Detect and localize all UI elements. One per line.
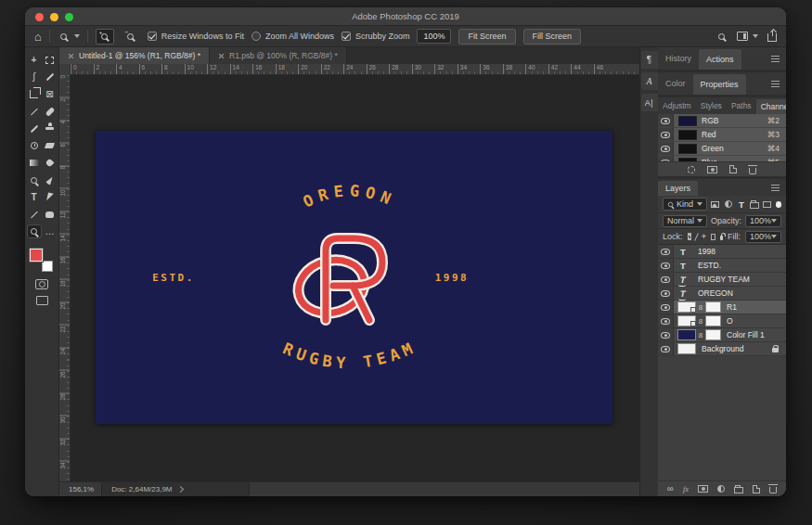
- background-color-swatch[interactable]: [42, 261, 53, 272]
- color-fill-thumbnail[interactable]: [677, 329, 696, 340]
- home-icon[interactable]: ⌂: [34, 31, 42, 43]
- lock-position-icon[interactable]: +: [702, 233, 706, 241]
- edit-toolbar-button[interactable]: …: [44, 225, 57, 237]
- layer-row-background[interactable]: Background: [658, 342, 786, 356]
- character-panel-button[interactable]: A|: [641, 94, 658, 111]
- panel-menu-icon[interactable]: [771, 81, 780, 87]
- quick-selection-tool[interactable]: [44, 71, 57, 83]
- layer-mask-thumbnail[interactable]: [705, 315, 721, 327]
- clone-stamp-tool[interactable]: [44, 122, 57, 134]
- type-tool[interactable]: T: [28, 191, 41, 203]
- fill-input[interactable]: 100%: [745, 231, 781, 243]
- visibility-toggle[interactable]: [658, 287, 674, 300]
- tab-channels[interactable]: Channels: [756, 99, 786, 114]
- layer-mask-thumbnail[interactable]: [705, 301, 721, 313]
- close-window-button[interactable]: [35, 13, 44, 21]
- tab-properties[interactable]: Properties: [693, 74, 746, 95]
- lasso-tool[interactable]: ʃ: [28, 71, 41, 83]
- layer-filter-kind-select[interactable]: Kind: [663, 198, 707, 211]
- visibility-toggle[interactable]: [658, 328, 674, 341]
- marquee-tool[interactable]: [44, 54, 57, 66]
- healing-brush-tool[interactable]: [44, 106, 57, 118]
- pasteboard[interactable]: OREGON ESTD. 1998 RUGBY TEAM: [71, 75, 639, 481]
- channel-row-rgb[interactable]: RGB ⌘2: [658, 114, 786, 128]
- load-selection-icon[interactable]: [688, 166, 695, 173]
- line-tool[interactable]: [28, 209, 41, 221]
- glyphs-panel-button[interactable]: A: [641, 72, 658, 90]
- visibility-toggle[interactable]: [658, 273, 674, 286]
- blend-mode-select[interactable]: Normal: [663, 215, 707, 227]
- layer-mask-link-icon[interactable]: [696, 317, 705, 326]
- link-layers-icon[interactable]: ∞: [667, 484, 674, 493]
- smart-object-thumbnail[interactable]: [677, 315, 696, 327]
- filter-type-layers-button[interactable]: T: [737, 199, 746, 210]
- panel-menu-icon[interactable]: [771, 185, 780, 191]
- visibility-toggle[interactable]: [658, 342, 674, 355]
- paragraph-panel-button[interactable]: ¶: [641, 51, 658, 69]
- visibility-toggle[interactable]: [658, 156, 674, 161]
- new-adjustment-layer-icon[interactable]: [717, 485, 725, 493]
- tab-styles[interactable]: Styles: [696, 97, 727, 114]
- search-icon[interactable]: [715, 31, 728, 43]
- lock-transparency-icon[interactable]: [688, 233, 692, 240]
- zoom-tool[interactable]: [28, 225, 41, 237]
- smart-object-thumbnail[interactable]: [677, 301, 696, 313]
- scrubby-zoom-checkbox[interactable]: Scrubby Zoom: [342, 32, 410, 41]
- brush-tool[interactable]: [28, 122, 41, 134]
- layer-filter-toggle[interactable]: [776, 201, 781, 208]
- document-tab-active[interactable]: Untitled-1 @ 156% (R1, RGB/8#) *: [59, 47, 210, 64]
- layer-row-rugby-team[interactable]: T RUGBY TEAM: [658, 273, 786, 287]
- add-layer-mask-icon[interactable]: [698, 485, 708, 493]
- new-group-icon[interactable]: [734, 487, 743, 493]
- lock-all-icon[interactable]: [720, 236, 723, 240]
- gradient-tool[interactable]: [28, 157, 41, 169]
- frame-tool[interactable]: ⊠: [44, 88, 57, 100]
- document-size-info[interactable]: Doc: 2,64M/23,9M: [101, 482, 250, 496]
- visibility-toggle[interactable]: [658, 142, 674, 155]
- visibility-toggle[interactable]: [658, 301, 674, 314]
- visibility-toggle[interactable]: [658, 314, 674, 327]
- layer-row-1998[interactable]: T 1998: [658, 245, 786, 259]
- fit-screen-button[interactable]: Fit Screen: [458, 29, 515, 45]
- visibility-toggle[interactable]: [658, 259, 674, 272]
- channel-row-green[interactable]: Green ⌘4: [658, 142, 786, 156]
- hand-tool[interactable]: [44, 209, 57, 221]
- move-tool[interactable]: +: [28, 54, 41, 66]
- tab-actions[interactable]: Actions: [699, 49, 741, 70]
- filter-pixel-layers-button[interactable]: [711, 201, 720, 208]
- eyedropper-tool[interactable]: [28, 106, 41, 118]
- background-thumbnail[interactable]: [677, 343, 696, 354]
- tab-color[interactable]: Color: [658, 72, 693, 95]
- layer-row-oregon[interactable]: T OREGON: [658, 287, 786, 301]
- filter-adjustment-layers-button[interactable]: [724, 200, 733, 208]
- workspace-switcher[interactable]: [737, 32, 758, 41]
- zoom-tool-preset[interactable]: [58, 31, 80, 43]
- ruler-origin-corner[interactable]: [59, 64, 71, 75]
- crop-tool[interactable]: [28, 88, 41, 100]
- visibility-toggle[interactable]: [658, 245, 674, 258]
- zoom-all-windows-checkbox[interactable]: Zoom All Windows: [251, 32, 334, 41]
- dodge-tool[interactable]: [28, 174, 41, 186]
- layer-row-r1[interactable]: R1: [658, 301, 786, 314]
- tab-history[interactable]: History: [658, 47, 699, 70]
- save-selection-as-channel-icon[interactable]: [707, 166, 717, 173]
- close-tab-icon[interactable]: [218, 53, 225, 59]
- channel-row-blue[interactable]: Blue ⌘5: [658, 156, 786, 161]
- tab-paths[interactable]: Paths: [727, 97, 756, 114]
- zoom-level-input[interactable]: 100%: [417, 29, 451, 44]
- channel-row-red[interactable]: Red ⌘3: [658, 128, 786, 142]
- layer-style-icon[interactable]: fx: [683, 484, 689, 493]
- minimize-window-button[interactable]: [50, 13, 58, 21]
- status-zoom-level[interactable]: 156,1%: [67, 485, 101, 493]
- foreground-color-swatch[interactable]: [30, 249, 43, 262]
- zoom-in-button[interactable]: +: [96, 29, 114, 45]
- quick-mask-mode-button[interactable]: [35, 279, 48, 289]
- layer-mask-thumbnail[interactable]: [705, 329, 721, 340]
- tab-adjustments[interactable]: Adjustm: [658, 97, 696, 114]
- layer-row-o[interactable]: O: [658, 314, 786, 328]
- layer-row-color-fill[interactable]: Color Fill 1: [658, 328, 786, 342]
- lock-image-icon[interactable]: [694, 233, 698, 240]
- new-channel-icon[interactable]: [729, 165, 737, 173]
- share-icon[interactable]: [767, 33, 777, 42]
- eraser-tool[interactable]: [44, 140, 57, 152]
